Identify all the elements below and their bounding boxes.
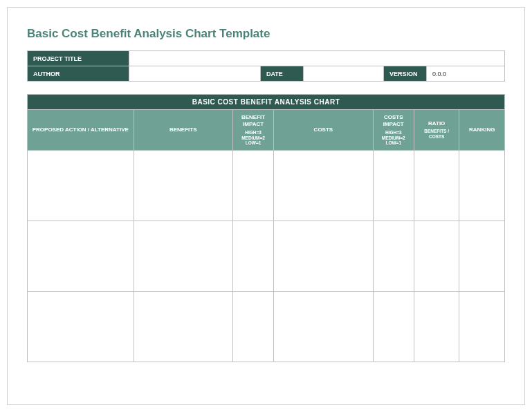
cell-benefit-impact[interactable]	[232, 292, 273, 362]
date-label: DATE	[261, 66, 304, 82]
cell-benefit-impact[interactable]	[232, 151, 273, 221]
col-header-costs-impact: COSTS IMPACT HIGH=3 MEDIUM=2 LOW=1	[373, 110, 414, 151]
col-header-benefits: BENEFITS	[134, 110, 232, 151]
cell-costs[interactable]	[274, 221, 373, 292]
meta-table: PROJECT TITLE AUTHOR DATE VERSION 0.0.0	[27, 50, 505, 82]
col-header-ratio: RATIO BENEFITS / COSTS	[414, 110, 459, 151]
table-row	[28, 151, 505, 221]
cell-benefits[interactable]	[134, 292, 232, 362]
col-header-costs-impact-sub: HIGH=3 MEDIUM=2 LOW=1	[376, 130, 411, 146]
cell-costs-impact[interactable]	[373, 221, 414, 292]
col-header-ratio-main: RATIO	[428, 120, 445, 127]
cell-action[interactable]	[28, 292, 134, 362]
cell-ranking[interactable]	[459, 151, 505, 221]
col-header-costs-impact-main: COSTS IMPACT	[383, 114, 404, 127]
cell-costs[interactable]	[274, 292, 373, 362]
col-header-ranking: RANKING	[459, 110, 505, 151]
chart-heading: BASIC COST BENEFIT ANALYSIS CHART	[28, 95, 505, 110]
col-header-benefit-impact-sub: HIGH=3 MEDIUM=2 LOW=1	[236, 130, 270, 146]
cell-costs-impact[interactable]	[373, 292, 414, 362]
project-title-label: PROJECT TITLE	[28, 51, 129, 66]
version-label: VERSION	[384, 66, 427, 82]
version-value[interactable]: 0.0.0	[427, 66, 505, 82]
col-header-benefit-impact-main: BENEFIT IMPACT	[241, 114, 265, 127]
cell-ratio[interactable]	[414, 151, 459, 221]
cell-ratio[interactable]	[414, 292, 459, 362]
project-title-value[interactable]	[129, 51, 505, 66]
document-page: Basic Cost Benefit Analysis Chart Templa…	[7, 7, 525, 405]
cell-costs[interactable]	[274, 151, 373, 221]
col-header-ratio-sub: BENEFITS / COSTS	[417, 129, 457, 140]
page-title: Basic Cost Benefit Analysis Chart Templa…	[27, 27, 505, 41]
cell-benefit-impact[interactable]	[232, 221, 273, 292]
col-header-benefit-impact: BENEFIT IMPACT HIGH=3 MEDIUM=2 LOW=1	[232, 110, 273, 151]
author-value[interactable]	[129, 66, 261, 82]
analysis-chart-table: BASIC COST BENEFIT ANALYSIS CHART PROPOS…	[27, 94, 505, 362]
col-header-costs: COSTS	[274, 110, 373, 151]
cell-benefits[interactable]	[134, 151, 232, 221]
cell-costs-impact[interactable]	[373, 151, 414, 221]
cell-ranking[interactable]	[459, 292, 505, 362]
cell-action[interactable]	[28, 221, 134, 292]
table-row	[28, 221, 505, 292]
date-value[interactable]	[304, 66, 384, 82]
col-header-action: PROPOSED ACTION / ALTERNATIVE	[28, 110, 134, 151]
cell-ranking[interactable]	[459, 221, 505, 292]
author-label: AUTHOR	[28, 66, 129, 82]
table-row	[28, 292, 505, 362]
cell-benefits[interactable]	[134, 221, 232, 292]
cell-action[interactable]	[28, 151, 134, 221]
cell-ratio[interactable]	[414, 221, 459, 292]
